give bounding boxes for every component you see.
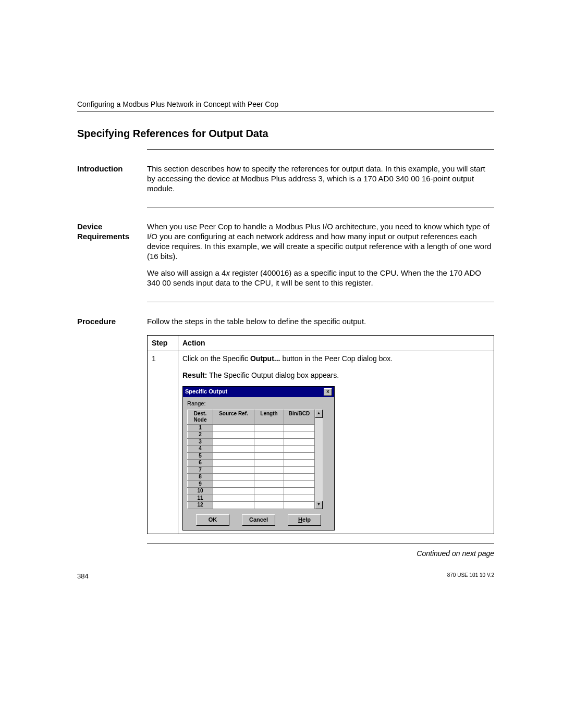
action-line: Click on the Specific Output... button i… (182, 354, 489, 364)
section-head-procedure: Procedure (77, 317, 147, 534)
continued-notice: Continued on next page (147, 549, 494, 558)
doc-id: 870 USE 101 10 V.2 (447, 572, 494, 580)
rownum: 12 (188, 502, 213, 509)
cancel-button[interactable]: Cancel (242, 514, 275, 526)
scrollbar[interactable]: ▲ ▼ (315, 410, 323, 509)
range-label: Range: (187, 400, 330, 408)
running-head: Configuring a Modbus Plus Network in Con… (77, 100, 494, 108)
rownum: 11 (188, 495, 213, 502)
rownum: 10 (188, 488, 213, 495)
rownum: 6 (188, 460, 213, 467)
dialog-titlebar: Specific Output × (183, 387, 334, 397)
scroll-down-icon[interactable]: ▼ (315, 501, 323, 509)
section-introduction: Introduction This section describes how … (77, 150, 494, 207)
rownum: 7 (188, 466, 213, 474)
header-rule (77, 112, 494, 112)
specific-output-dialog: Specific Output × Range: Dest. Node S (182, 386, 335, 530)
page-number: 384 (77, 572, 89, 580)
devreq-p1: When you use Peer Cop to handle a Modbus… (147, 222, 494, 261)
close-icon[interactable]: × (324, 388, 332, 396)
col-source-ref: Source Ref. (213, 410, 254, 424)
page-title: Specifying References for Output Data (77, 128, 494, 140)
col-dest-node: Dest. Node (188, 410, 213, 424)
devreq-p2: We also will assign a 4x register (40001… (147, 268, 494, 288)
rownum: 9 (188, 480, 213, 488)
rownum: 3 (188, 438, 213, 446)
procedure-table: Step Action 1 Click on the Specific Outp… (147, 335, 494, 534)
dialog-title-text: Specific Output (185, 388, 227, 396)
rownum: 1 (188, 424, 213, 431)
scroll-track[interactable] (315, 418, 323, 501)
range-grid[interactable]: Dest. Node Source Ref. Length Bin/BCD 1 … (187, 410, 315, 509)
col-length: Length (254, 410, 284, 424)
th-step: Step (148, 335, 178, 351)
action-cell: Click on the Specific Output... button i… (178, 351, 494, 534)
rownum: 8 (188, 474, 213, 481)
ok-button[interactable]: OK (196, 514, 229, 526)
section-device-requirements: Device Requirements When you use Peer Co… (77, 207, 494, 302)
section-procedure: Procedure Follow the steps in the table … (77, 302, 494, 534)
step-number: 1 (148, 351, 178, 534)
table-row: 1 Click on the Specific Output... button… (148, 351, 494, 534)
rownum: 4 (188, 446, 213, 453)
th-action: Action (178, 335, 494, 351)
intro-paragraph: This section describes how to specify th… (147, 164, 494, 193)
procedure-intro: Follow the steps in the table below to d… (147, 317, 494, 327)
rownum: 2 (188, 431, 213, 439)
footer: 384 870 USE 101 10 V.2 (77, 572, 494, 580)
scroll-up-icon[interactable]: ▲ (315, 410, 323, 418)
section-head-introduction: Introduction (77, 164, 147, 193)
section-head-devreq: Device Requirements (77, 222, 147, 288)
help-button[interactable]: Help (288, 514, 321, 526)
rule-3 (147, 544, 494, 544)
result-line: Result: The Specific Output dialog box a… (182, 371, 489, 380)
rownum: 5 (188, 452, 213, 460)
col-bin-bcd: Bin/BCD (284, 410, 315, 424)
